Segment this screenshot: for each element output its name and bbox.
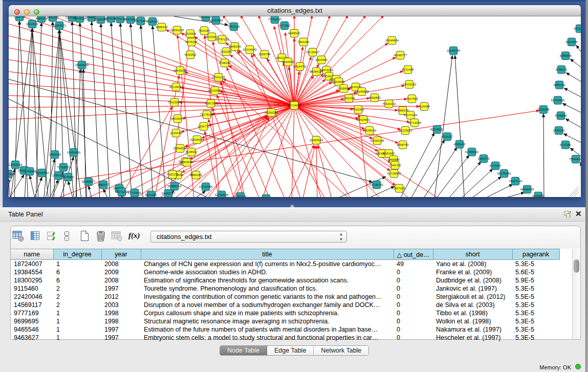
svg-text:71906594: 71906594 [35,171,49,174]
svg-text:3685160: 3685160 [553,83,565,86]
svg-text:34874016: 34874016 [320,69,334,72]
svg-text:9743953: 9743953 [532,194,545,197]
svg-text:5098393: 5098393 [229,45,241,48]
svg-text:4745171: 4745171 [555,68,568,71]
svg-text:62702895: 62702895 [215,193,229,196]
svg-text:13493618: 13493618 [9,163,23,166]
svg-text:76320163: 76320163 [382,102,396,105]
svg-text:6204505: 6204505 [333,80,345,83]
svg-text:7543303: 7543303 [352,108,364,111]
svg-text:71756551: 71756551 [57,166,71,169]
svg-text:8386379: 8386379 [156,26,168,29]
svg-text:67737826: 67737826 [128,191,142,194]
svg-text:4738299: 4738299 [219,61,231,64]
svg-text:19384554: 19384554 [310,139,323,142]
svg-text:1031051: 1031051 [220,50,232,53]
svg-text:8148932: 8148932 [185,150,198,154]
svg-text:87277434: 87277434 [404,114,418,117]
svg-text:1615594: 1615594 [184,32,197,35]
svg-text:9821465: 9821465 [145,193,157,196]
svg-text:29053346: 29053346 [75,63,89,67]
svg-text:29946804: 29946804 [385,39,399,42]
svg-text:64835030: 64835030 [173,69,187,72]
svg-text:81223623: 81223623 [399,129,412,132]
svg-text:2260256: 2260256 [343,97,355,100]
svg-text:4896383: 4896383 [190,173,202,177]
svg-text:5466889: 5466889 [387,158,400,161]
svg-text:34624751: 34624751 [293,65,307,68]
svg-text:82175946: 82175946 [497,172,511,175]
svg-text:14136141: 14136141 [370,183,384,186]
svg-text:5674680: 5674680 [62,176,74,179]
svg-text:62729806: 62729806 [387,172,401,175]
svg-text:3747407: 3747407 [489,164,502,167]
svg-text:1824493: 1824493 [315,58,328,61]
svg-text:9421047: 9421047 [574,27,581,30]
svg-text:4316117: 4316117 [442,135,454,138]
svg-text:3482477: 3482477 [97,183,110,186]
svg-text:96532871: 96532871 [171,117,185,120]
svg-text:8721489: 8721489 [402,68,414,71]
svg-text:55886753: 55886753 [168,185,182,188]
svg-text:65787133: 65787133 [215,38,229,41]
svg-text:34714345: 34714345 [408,121,422,124]
svg-text:13433200: 13433200 [403,83,417,86]
svg-text:36995777: 36995777 [394,54,407,57]
svg-text:7346706: 7346706 [389,164,401,167]
svg-text:75869261: 75869261 [569,158,581,161]
svg-text:97848018: 97848018 [173,147,187,150]
svg-text:74367136: 74367136 [509,180,522,183]
svg-text:81754965: 81754965 [551,99,565,102]
svg-text:3518233: 3518233 [146,20,159,23]
svg-text:3387262: 3387262 [205,102,217,105]
svg-text:79740344: 79740344 [9,172,15,176]
svg-text:1969379: 1969379 [477,157,490,160]
svg-text:54145868: 54145868 [355,90,369,93]
svg-text:4711382: 4711382 [560,143,572,146]
svg-text:7182278: 7182278 [166,173,179,176]
svg-text:60385977: 60385977 [82,180,96,183]
svg-text:85574443: 85574443 [134,19,148,23]
svg-text:4060883: 4060883 [368,96,381,99]
svg-text:51850671: 51850671 [53,24,67,27]
svg-text:94406409: 94406409 [520,188,534,191]
svg-text:1746120: 1746120 [553,129,565,132]
svg-text:55698169: 55698169 [363,129,377,132]
svg-text:6193990: 6193990 [282,60,294,63]
svg-text:02654235: 02654235 [170,29,184,32]
svg-text:72423884: 72423884 [168,101,182,104]
svg-text:7857224: 7857224 [228,25,240,28]
svg-text:5009788: 5009788 [258,53,271,56]
svg-text:1226916: 1226916 [170,132,182,135]
svg-text:5215958: 5215958 [537,108,550,111]
svg-text:28809570: 28809570 [180,161,194,164]
svg-text:1671902: 1671902 [278,24,291,27]
svg-text:15451680: 15451680 [67,151,81,154]
svg-text:77752047: 77752047 [268,18,282,21]
svg-text:49894134: 49894134 [199,16,213,18]
svg-text:64139537: 64139537 [169,85,183,89]
svg-text:02606474: 02606474 [190,138,204,141]
svg-text:1491905: 1491905 [47,16,59,19]
svg-text:3158692: 3158692 [338,87,350,90]
svg-text:6998543: 6998543 [288,32,300,35]
svg-text:7917693: 7917693 [406,97,418,100]
svg-text:7187026: 7187026 [234,195,247,197]
svg-text:4966319: 4966319 [35,17,48,20]
svg-text:01429401: 01429401 [357,118,371,121]
svg-text:25135427: 25135427 [306,51,320,54]
svg-text:13171274: 13171274 [115,190,129,193]
svg-text:67010651: 67010651 [208,89,222,92]
svg-text:04499727: 04499727 [162,192,176,195]
svg-text:1326773: 1326773 [198,125,210,128]
svg-text:9521456: 9521456 [565,40,578,43]
svg-text:7991183: 7991183 [298,40,310,43]
svg-text:4005045: 4005045 [453,143,466,146]
svg-text:1399049: 1399049 [49,153,61,156]
svg-text:3709859: 3709859 [555,114,567,117]
svg-text:10648784: 10648784 [447,49,461,52]
svg-text:6475255: 6475255 [185,40,198,43]
svg-text:37631165: 37631165 [212,76,226,79]
svg-text:9115460: 9115460 [419,105,431,108]
svg-text:1627204: 1627204 [393,187,405,190]
